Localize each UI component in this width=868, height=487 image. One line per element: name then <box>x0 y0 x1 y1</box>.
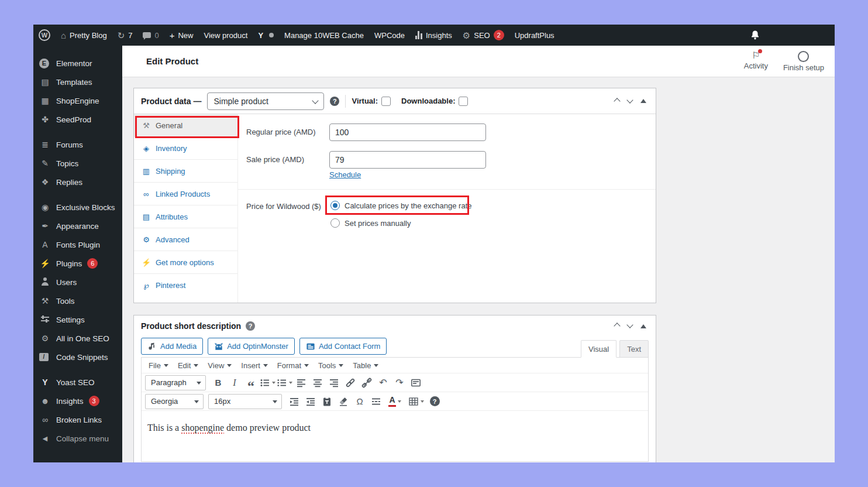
table-button[interactable] <box>406 394 426 409</box>
font-family-select[interactable]: Georgia <box>145 394 204 409</box>
seo-menu[interactable]: ⚙SEO2 <box>457 25 509 46</box>
sidebar-item-templates[interactable]: ▤Templates <box>33 73 122 91</box>
move-up-icon[interactable] <box>614 98 620 104</box>
collapse-menu-button[interactable]: ◄Collapse menu <box>33 429 122 448</box>
sidebar-item-users[interactable]: Users <box>33 273 122 291</box>
new-content-menu[interactable]: +New <box>164 25 199 46</box>
virtual-checkbox-label[interactable]: Virtual: <box>352 97 391 106</box>
downloadable-checkbox[interactable] <box>459 97 468 106</box>
updates-link[interactable]: ↻7 <box>112 25 138 46</box>
paste-as-text-button[interactable] <box>319 394 335 409</box>
sidebar-item-code-snippets[interactable]: /Code Snippets <box>33 348 122 366</box>
downloadable-checkbox-label[interactable]: Downloadable: <box>401 97 468 106</box>
sidebar-item-appearance[interactable]: ✒Appearance <box>33 217 122 235</box>
menu-edit[interactable]: Edit <box>173 358 203 373</box>
undo-button[interactable]: ↶ <box>376 375 391 390</box>
toolbar-toggle-button[interactable] <box>408 375 423 390</box>
comments-link[interactable]: 0 <box>137 25 164 46</box>
menu-view[interactable]: View <box>203 358 236 373</box>
sidebar-item-yoast-seo[interactable]: YYoast SEO <box>33 373 122 392</box>
sidebar-item-tools[interactable]: ⚒Tools <box>33 291 122 310</box>
tab-general[interactable]: ⚒General <box>134 114 237 137</box>
text-color-button[interactable]: A <box>385 394 405 409</box>
menu-tools[interactable]: Tools <box>314 358 348 373</box>
virtual-checkbox[interactable] <box>381 97 391 106</box>
activity-button[interactable]: ⚐ Activity <box>744 51 768 72</box>
schedule-link[interactable]: Schedule <box>329 170 361 179</box>
product-type-help-icon[interactable]: ? <box>330 97 339 106</box>
menu-format[interactable]: Format <box>273 358 314 373</box>
sidebar-item-topics[interactable]: ✎Topics <box>33 154 122 173</box>
italic-button[interactable]: I <box>227 375 242 390</box>
numbered-list-button[interactable] <box>277 375 292 390</box>
sidebar-item-settings[interactable]: Settings <box>33 310 122 329</box>
blockquote-button[interactable]: “ <box>243 375 259 390</box>
sidebar-item-forums[interactable]: ≣Forums <box>33 135 122 154</box>
radio-exchange-rate[interactable]: Calculate prices by the exchange rate <box>330 201 472 210</box>
toggle-panel-icon[interactable] <box>640 324 646 328</box>
tab-inventory[interactable]: ◈Inventory <box>134 137 237 160</box>
move-up-icon[interactable] <box>614 323 620 329</box>
menu-insert[interactable]: Insert <box>236 358 273 373</box>
tab-pinterest[interactable]: ℘Pinterest <box>134 274 237 297</box>
sidebar-item-seedprod[interactable]: ✤SeedProd <box>33 110 122 129</box>
editor-content-area[interactable]: This is a shopengine demo preview produc… <box>142 411 648 461</box>
redo-button[interactable]: ↷ <box>392 375 407 390</box>
add-optinmonster-button[interactable]: Add OptinMonster <box>208 338 295 355</box>
sidebar-item-replies[interactable]: ❖Replies <box>33 173 122 191</box>
text-tab[interactable]: Text <box>619 340 649 358</box>
add-contact-form-button[interactable]: Add Contact Form <box>299 338 387 355</box>
tab-attributes[interactable]: ▤Attributes <box>134 205 237 228</box>
clear-formatting-button[interactable] <box>336 394 351 409</box>
menu-table[interactable]: Table <box>348 358 383 373</box>
finish-setup-button[interactable]: Finish setup <box>783 51 824 72</box>
tab-shipping[interactable]: ▥Shipping <box>134 160 237 183</box>
align-left-button[interactable] <box>294 375 309 390</box>
manage-cache-link[interactable]: Manage 10WEB Cache <box>279 25 369 46</box>
tab-get-more-options[interactable]: ⚡Get more options <box>134 251 237 274</box>
wpcode-menu[interactable]: WPCode <box>369 25 410 46</box>
sidebar-item-broken-links[interactable]: ∞Broken Links <box>33 410 122 429</box>
tab-linked-products[interactable]: ∞Linked Products <box>134 183 237 205</box>
sale-price-input[interactable] <box>329 151 486 169</box>
sidebar-item-shopengine[interactable]: ▦ShopEngine <box>33 91 122 110</box>
bullet-list-button[interactable] <box>260 375 275 390</box>
move-down-icon[interactable] <box>626 97 633 103</box>
special-character-button[interactable]: Ω <box>352 394 367 409</box>
remove-link-button[interactable] <box>359 375 374 390</box>
move-down-icon[interactable] <box>626 321 633 328</box>
read-more-button[interactable] <box>368 394 384 409</box>
sidebar-item-fonts-plugin[interactable]: AFonts Plugin <box>33 235 122 254</box>
help-button[interactable]: ? <box>427 394 442 409</box>
outdent-button[interactable] <box>287 394 302 409</box>
insights-menu[interactable]: Insights <box>410 25 457 46</box>
align-center-button[interactable] <box>310 375 325 390</box>
add-media-button[interactable]: Add Media <box>141 338 203 355</box>
short-description-help-icon[interactable]: ? <box>246 321 255 331</box>
radio-unselected-icon[interactable] <box>330 218 340 228</box>
toggle-panel-icon[interactable] <box>640 99 646 103</box>
wordpress-menu[interactable]: W <box>33 25 56 46</box>
indent-button[interactable] <box>303 394 318 409</box>
updraftplus-menu[interactable]: UpdraftPlus <box>509 25 560 46</box>
menu-file[interactable]: File <box>144 358 173 373</box>
product-type-select[interactable]: Simple product <box>207 92 324 110</box>
radio-selected-icon[interactable] <box>330 201 340 210</box>
font-size-select[interactable]: 16px <box>208 394 282 409</box>
sidebar-item-insights[interactable]: ☻Insights3 <box>33 392 122 410</box>
regular-price-input[interactable] <box>329 124 486 141</box>
yoast-menu[interactable]: Y <box>253 25 279 46</box>
align-right-button[interactable] <box>326 375 342 390</box>
insert-link-button[interactable] <box>343 375 358 390</box>
sidebar-item-plugins[interactable]: ⚡Plugins6 <box>33 254 122 273</box>
sidebar-item-elementor[interactable]: EElementor <box>33 54 122 73</box>
paragraph-format-select[interactable]: Paragraph <box>145 375 206 390</box>
site-name-link[interactable]: ⌂Pretty Blog <box>56 25 112 46</box>
bold-button[interactable]: B <box>211 375 226 390</box>
tab-advanced[interactable]: ⚙Advanced <box>134 228 237 251</box>
notifications-button[interactable] <box>745 25 766 46</box>
sidebar-item-aioseo[interactable]: ⚙All in One SEO <box>33 329 122 348</box>
view-product-link[interactable]: View product <box>198 25 253 46</box>
radio-set-manually[interactable]: Set prices manually <box>330 218 411 228</box>
sidebar-item-exclusive-blocks[interactable]: ◉Exclusive Blocks <box>33 198 122 217</box>
